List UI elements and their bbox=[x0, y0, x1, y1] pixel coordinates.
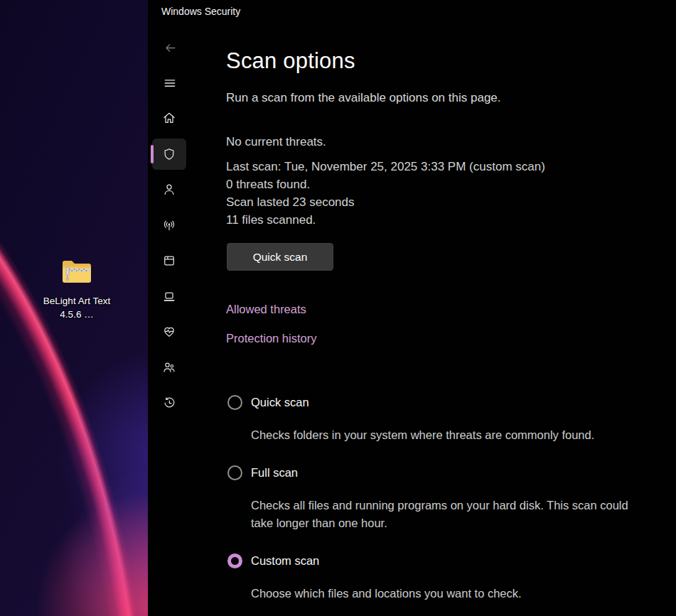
radio-custom-scan-label: Custom scan bbox=[251, 554, 319, 568]
back-button[interactable] bbox=[159, 38, 181, 58]
person-icon bbox=[162, 183, 176, 197]
scan-option-custom[interactable]: Custom scan bbox=[227, 553, 319, 568]
menu-button[interactable] bbox=[159, 73, 181, 93]
zipped-folder-icon bbox=[61, 257, 92, 286]
quick-scan-description: Checks folders in your system where thre… bbox=[251, 426, 646, 444]
sidebar-item-home[interactable] bbox=[152, 102, 186, 134]
broadcast-antenna-icon bbox=[162, 218, 176, 232]
windows-security-window: Windows Security bbox=[148, 0, 676, 616]
full-scan-description: Checks all files and running programs on… bbox=[251, 497, 646, 532]
heart-pulse-icon bbox=[162, 325, 176, 339]
sidebar-item-app-browser-control[interactable] bbox=[152, 245, 186, 276]
home-icon bbox=[162, 111, 176, 125]
sidebar-item-device-performance[interactable] bbox=[152, 316, 186, 347]
desktop-icon-label: BeLight Art Text 4.5.6 … bbox=[43, 294, 111, 321]
protection-history-link[interactable]: Protection history bbox=[226, 332, 316, 345]
status-headline: No current threats. bbox=[226, 135, 545, 149]
radio-quick-scan-label: Quick scan bbox=[251, 396, 309, 409]
radio-quick-scan[interactable] bbox=[227, 395, 242, 410]
hamburger-icon bbox=[163, 76, 177, 90]
shield-icon bbox=[162, 147, 176, 161]
scan-option-quick[interactable]: Quick scan bbox=[227, 395, 309, 410]
sidebar-item-family-options[interactable] bbox=[152, 352, 186, 383]
window-title: Windows Security bbox=[161, 6, 240, 17]
laptop-icon bbox=[162, 289, 176, 303]
sidebar-item-device-security[interactable] bbox=[152, 281, 186, 312]
selected-accent-pill bbox=[151, 145, 154, 163]
status-duration: Scan lasted 23 seconds bbox=[226, 193, 545, 211]
sidebar-item-firewall-network[interactable] bbox=[152, 210, 186, 241]
custom-scan-description: Choose which files and locations you wan… bbox=[251, 585, 646, 603]
quick-scan-button[interactable]: Quick scan bbox=[227, 243, 333, 271]
status-threats-found: 0 threats found. bbox=[226, 175, 545, 193]
family-people-icon bbox=[162, 360, 176, 374]
back-arrow-icon bbox=[163, 41, 177, 55]
scan-status-block: No current threats. Last scan: Tue, Nove… bbox=[226, 135, 545, 229]
page-title: Scan options bbox=[226, 48, 355, 74]
status-files-scanned: 11 files scanned. bbox=[226, 211, 545, 229]
scan-option-full[interactable]: Full scan bbox=[227, 465, 298, 480]
sidebar-item-account-protection[interactable] bbox=[152, 174, 186, 205]
radio-full-scan-label: Full scan bbox=[251, 466, 298, 480]
sidebar-item-protection-history[interactable] bbox=[152, 387, 186, 418]
app-window-icon bbox=[162, 254, 176, 268]
sidebar-item-virus-threat-protection[interactable] bbox=[152, 139, 186, 170]
history-clock-icon bbox=[162, 396, 176, 410]
allowed-threats-link[interactable]: Allowed threats bbox=[226, 303, 306, 316]
desktop-icon-belight[interactable]: BeLight Art Text 4.5.6 … bbox=[41, 257, 112, 321]
radio-full-scan[interactable] bbox=[227, 465, 242, 480]
radio-custom-scan[interactable] bbox=[227, 553, 242, 568]
page-subtitle: Run a scan from the available options on… bbox=[226, 91, 501, 105]
status-last-scan: Last scan: Tue, November 25, 2025 3:33 P… bbox=[226, 158, 545, 175]
